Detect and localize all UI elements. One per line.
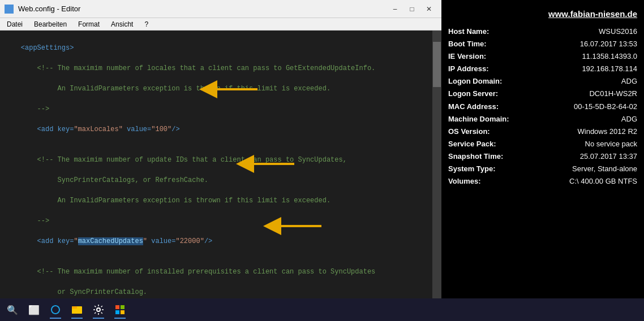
info-value: ADG xyxy=(516,113,637,125)
info-panel: www.fabian-niesen.de Host Name:WSUS2016B… xyxy=(441,0,644,321)
info-value: WSUS2016 xyxy=(516,25,637,38)
info-row: Volumes:C:\ 400.00 GB NTFS xyxy=(448,175,637,188)
info-value: Windows 2012 R2 xyxy=(516,125,637,138)
website-link[interactable]: www.fabian-niesen.de xyxy=(448,9,637,19)
editor-area: <appSettings> <!-- The maximim number of… xyxy=(0,31,441,321)
svg-rect-7 xyxy=(115,305,119,309)
info-value: ADG xyxy=(516,75,637,88)
svg-point-6 xyxy=(97,308,100,311)
app-icon xyxy=(5,5,14,14)
taskbar: 🔍 ⬜ xyxy=(0,298,644,321)
arrow-maxinstalledprerequisites xyxy=(273,216,324,236)
info-label: Boot Time: xyxy=(448,38,516,50)
title-bar: Web.config - Editor – □ ✕ xyxy=(0,0,441,18)
svg-rect-5 xyxy=(72,306,77,309)
menu-bearbeiten[interactable]: Bearbeiten xyxy=(29,19,71,29)
info-label: Host Name: xyxy=(448,25,516,38)
info-table: Host Name:WSUS2016Boot Time:16.07.2017 1… xyxy=(448,25,637,188)
info-value: 16.07.2017 13:53 xyxy=(516,38,637,50)
maximize-button[interactable]: □ xyxy=(404,3,420,15)
svg-rect-9 xyxy=(115,310,119,314)
arrow-maxlocales xyxy=(209,79,260,99)
info-value: C:\ 400.00 GB NTFS xyxy=(516,175,637,188)
svg-rect-10 xyxy=(121,310,124,314)
info-row: System Type:Server, Stand-alone xyxy=(448,163,637,175)
info-row: Logon Domain:ADG xyxy=(448,75,637,88)
minimize-button[interactable]: – xyxy=(387,3,403,15)
info-label: Snapshot Time: xyxy=(448,150,516,163)
info-label: IE Version: xyxy=(448,50,516,63)
menu-datei[interactable]: Datei xyxy=(2,19,27,29)
info-label: Logon Server: xyxy=(448,88,516,100)
settings-app[interactable] xyxy=(88,300,109,320)
info-row: IE Version:11.1358.14393.0 xyxy=(448,50,637,63)
edge-app[interactable] xyxy=(45,300,66,320)
editor-content[interactable]: <appSettings> <!-- The maximim number of… xyxy=(0,31,432,312)
menu-bar: Datei Bearbeiten Format Ansicht ? xyxy=(0,18,441,31)
scrollbar-vertical[interactable] xyxy=(432,31,441,312)
window-controls: – □ ✕ xyxy=(387,3,437,15)
info-value: DC01H-WS2R xyxy=(516,88,637,100)
info-label: IP Address: xyxy=(448,63,516,75)
info-value: Server, Stand-alone xyxy=(516,163,637,175)
window-title: Web.config - Editor xyxy=(18,5,80,13)
info-row: Logon Server:DC01H-WS2R xyxy=(448,88,637,100)
info-value: 00-15-5D-B2-64-02 xyxy=(516,101,637,113)
info-value: 11.1358.14393.0 xyxy=(516,50,637,63)
info-row: OS Version:Windows 2012 R2 xyxy=(448,125,637,138)
info-label: Logon Domain: xyxy=(448,75,516,88)
info-row: Machine Domain:ADG xyxy=(448,113,637,125)
menu-ansicht[interactable]: Ansicht xyxy=(106,19,138,29)
menu-help[interactable]: ? xyxy=(140,19,153,29)
info-value: 192.168.178.114 xyxy=(516,63,637,75)
task-view-button[interactable]: ⬜ xyxy=(24,300,44,320)
info-value: No service pack xyxy=(516,138,637,150)
store-app[interactable] xyxy=(110,300,130,320)
info-row: MAC Address:00-15-5D-B2-64-02 xyxy=(448,101,637,113)
search-button[interactable]: 🔍 xyxy=(2,300,23,320)
info-row: Boot Time:16.07.2017 13:53 xyxy=(448,38,637,50)
info-row: Service Pack:No service pack xyxy=(448,138,637,150)
explorer-app[interactable] xyxy=(67,300,87,320)
info-row: IP Address:192.168.178.114 xyxy=(448,63,637,75)
info-label: OS Version: xyxy=(448,125,516,138)
info-label: Service Pack: xyxy=(448,138,516,150)
menu-format[interactable]: Format xyxy=(74,19,104,29)
info-label: MAC Address: xyxy=(448,101,516,113)
info-label: Machine Domain: xyxy=(448,113,516,125)
scrollbar-thumb-vertical[interactable] xyxy=(433,42,441,87)
info-label: Volumes: xyxy=(448,175,516,188)
info-row: Host Name:WSUS2016 xyxy=(448,25,637,38)
info-row: Snapshot Time:25.07.2017 13:37 xyxy=(448,150,637,163)
arrow-maxcachedupdates xyxy=(246,154,297,174)
info-label: System Type: xyxy=(448,163,516,175)
close-button[interactable]: ✕ xyxy=(421,3,437,15)
info-value: 25.07.2017 13:37 xyxy=(516,150,637,163)
svg-rect-8 xyxy=(121,305,124,309)
